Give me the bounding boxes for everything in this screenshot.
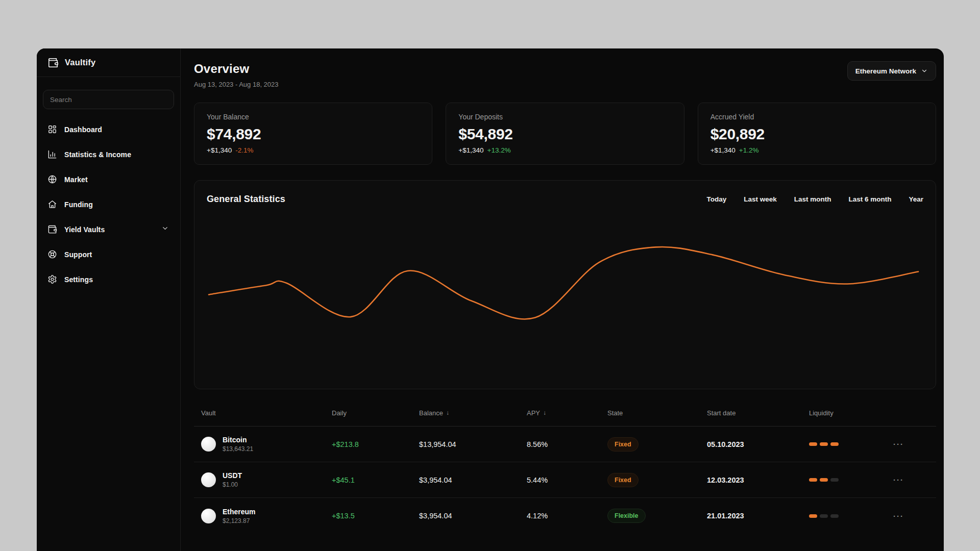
asset-name: Ethereum	[223, 508, 256, 516]
app-window: Vaultify Dashboard Statistics & Income M…	[37, 48, 944, 551]
asset-price: $1.00	[223, 481, 242, 488]
asset-avatar	[201, 509, 216, 523]
stat-label: Your Deposits	[458, 113, 671, 121]
stat-value: $20,892	[710, 126, 923, 143]
table-row-ethereum[interactable]: Ethereum $2,123.87 +$13.5 $3,954.04 4.12…	[194, 498, 936, 534]
filter-year[interactable]: Year	[909, 195, 923, 203]
statistics-line-chart	[194, 181, 936, 389]
filter-last-week[interactable]: Last week	[744, 195, 777, 203]
start-date: 12.03.2023	[707, 476, 809, 484]
chevron-down-icon	[921, 67, 928, 74]
network-selector[interactable]: Ethereum Network	[847, 61, 936, 81]
page-header: Overview Aug 13, 2023 - Aug 18, 2023	[194, 61, 279, 88]
stat-percent: +13.2%	[487, 146, 511, 154]
column-header-balance[interactable]: Balance↓	[419, 409, 527, 417]
stat-card-balance: Your Balance $74,892 +$1,340 -2.1%	[194, 103, 432, 165]
bar-chart-icon	[47, 149, 57, 159]
stat-label: Accrued Yield	[710, 113, 923, 121]
stat-percent: +1.2%	[739, 146, 759, 154]
balance-value: $13,954.04	[419, 440, 527, 448]
column-header-state[interactable]: State	[607, 409, 707, 417]
state-badge: Flexible	[607, 509, 646, 523]
apy-value: 5.44%	[527, 476, 607, 484]
vaults-table: Vault Daily Balance↓ APY↓ State Start da…	[194, 399, 936, 534]
home-icon	[47, 199, 57, 209]
sidebar-item-label: Support	[64, 251, 92, 259]
sidebar-item-label: Funding	[64, 201, 93, 209]
state-badge: Fixed	[607, 473, 639, 487]
start-date: 21.01.2023	[707, 512, 809, 520]
stat-card-accrued-yield: Accrued Yield $20,892 +$1,340 +1.2%	[698, 103, 936, 165]
asset-name: USDT	[223, 471, 242, 480]
stat-delta: +$1,340	[710, 146, 736, 154]
sidebar-item-funding[interactable]: Funding	[37, 192, 180, 217]
sidebar-item-statistics-income[interactable]: Statistics & Income	[37, 142, 180, 167]
start-date: 05.10.2023	[707, 440, 809, 448]
sidebar-item-label: Statistics & Income	[64, 151, 131, 159]
stat-delta: +$1,340	[207, 146, 232, 154]
stat-cards-row: Your Balance $74,892 +$1,340 -2.1% Your …	[194, 103, 936, 165]
life-buoy-icon	[47, 249, 57, 259]
column-header-apy[interactable]: APY↓	[527, 409, 607, 417]
daily-change: +$13.5	[332, 512, 419, 520]
liquidity-indicator	[809, 514, 893, 518]
daily-change: +$213.8	[332, 440, 419, 448]
app-logo: Vaultify	[37, 48, 180, 77]
globe-icon	[47, 174, 57, 184]
stat-value: $74,892	[207, 126, 420, 143]
column-header-vault[interactable]: Vault	[194, 409, 332, 417]
grid-icon	[47, 124, 57, 134]
filter-last-month[interactable]: Last month	[794, 195, 831, 203]
time-filters: Today Last week Last month Last 6 month …	[706, 195, 923, 203]
sidebar-item-label: Settings	[64, 276, 93, 284]
row-actions-button[interactable]: ···	[893, 512, 904, 520]
stat-percent: -2.1%	[235, 146, 253, 154]
sidebar-item-yield-vaults[interactable]: Yield Vaults	[37, 217, 180, 242]
stat-delta: +$1,340	[458, 146, 483, 154]
column-header-liquidity[interactable]: Liquidity	[809, 409, 893, 417]
sidebar-item-label: Dashboard	[64, 126, 102, 134]
general-statistics-card: General Statistics Today Last week Last …	[194, 180, 936, 389]
table-row-bitcoin[interactable]: Bitcoin $13,643.21 +$213.8 $13,954.04 8.…	[194, 427, 936, 462]
liquidity-indicator	[809, 478, 893, 482]
apy-value: 4.12%	[527, 512, 607, 520]
row-actions-button[interactable]: ···	[893, 440, 904, 448]
asset-price: $13,643.21	[223, 445, 253, 453]
row-actions-button[interactable]: ···	[893, 475, 904, 484]
chevron-down-icon[interactable]	[161, 224, 169, 234]
page-title: Overview	[194, 61, 279, 77]
sidebar-item-market[interactable]: Market	[37, 167, 180, 192]
sidebar-item-label: Market	[64, 176, 88, 184]
stat-value: $54,892	[458, 126, 671, 143]
sidebar-item-settings[interactable]: Settings	[37, 267, 180, 292]
apy-value: 8.56%	[527, 440, 607, 448]
section-title: General Statistics	[207, 194, 285, 205]
filter-today[interactable]: Today	[706, 195, 726, 203]
table-row-usdt[interactable]: USDT $1.00 +$45.1 $3,954.04 5.44% Fixed …	[194, 462, 936, 498]
wallet-icon	[47, 224, 57, 234]
stat-label: Your Balance	[207, 113, 420, 121]
gear-icon	[47, 274, 57, 284]
state-badge: Fixed	[607, 437, 639, 452]
sidebar-item-dashboard[interactable]: Dashboard	[37, 117, 180, 142]
sidebar: Vaultify Dashboard Statistics & Income M…	[37, 48, 181, 551]
asset-avatar	[201, 437, 216, 452]
search-input[interactable]	[43, 90, 174, 109]
sidebar-item-support[interactable]: Support	[37, 242, 180, 267]
app-name: Vaultify	[65, 58, 95, 67]
column-header-start-date[interactable]: Start date	[707, 409, 809, 417]
filter-last-6-month[interactable]: Last 6 month	[848, 195, 891, 203]
balance-value: $3,954.04	[419, 476, 527, 484]
asset-name: Bitcoin	[223, 436, 253, 444]
sort-down-icon: ↓	[446, 409, 449, 416]
daily-change: +$45.1	[332, 476, 419, 484]
column-header-daily[interactable]: Daily	[332, 409, 419, 417]
network-selector-label: Ethereum Network	[855, 67, 916, 75]
main-content: Overview Aug 13, 2023 - Aug 18, 2023 Eth…	[181, 48, 944, 551]
sidebar-nav: Dashboard Statistics & Income Market Fun…	[37, 117, 180, 292]
sidebar-item-label: Yield Vaults	[64, 226, 105, 234]
date-range: Aug 13, 2023 - Aug 18, 2023	[194, 81, 279, 88]
sort-down-icon: ↓	[543, 409, 546, 416]
asset-price: $2,123.87	[223, 517, 256, 524]
wallet-icon	[47, 57, 59, 68]
